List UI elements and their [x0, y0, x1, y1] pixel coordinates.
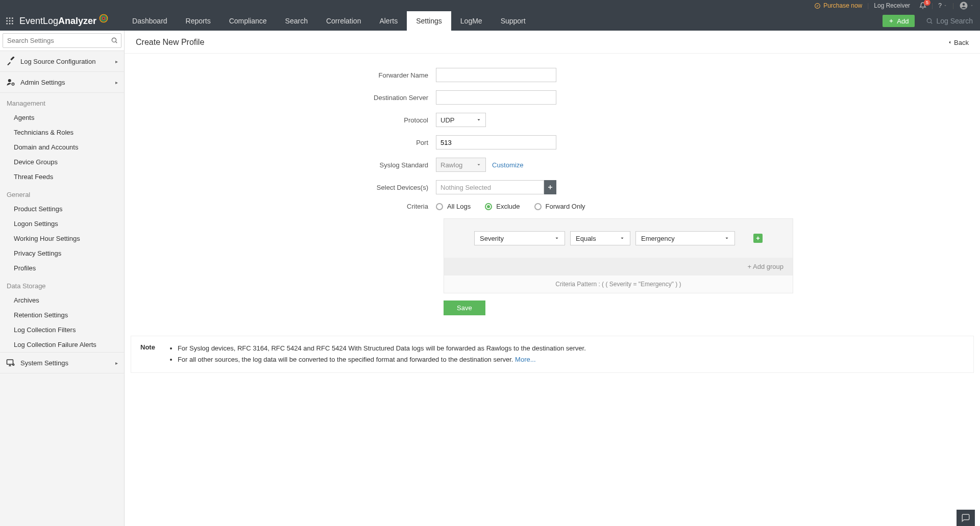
sidebar-item-agents[interactable]: Agents: [0, 110, 124, 125]
chat-icon: [961, 513, 970, 522]
apps-launcher[interactable]: [0, 11, 19, 31]
nav-dashboard[interactable]: Dashboard: [123, 11, 177, 31]
syslog-standard-select[interactable]: Rawlog: [436, 158, 486, 172]
criteria-operator-select[interactable]: Equals: [570, 231, 630, 245]
criteria-box: Severity Equals Emergency: [444, 218, 793, 293]
log-search-label: Log Search: [936, 17, 973, 25]
sidebar-item-technicians[interactable]: Technicians & Roles: [0, 125, 124, 140]
more-link[interactable]: More...: [515, 356, 535, 363]
row-port: Port: [125, 135, 980, 149]
brand-text-1: EventLog: [19, 16, 58, 27]
svg-point-18: [12, 83, 14, 86]
svg-point-14: [103, 17, 105, 20]
log-receiver-link[interactable]: Log Receiver: [874, 2, 910, 9]
row-forwarder-name: Forwarder Name: [125, 68, 980, 82]
svg-rect-8: [12, 20, 13, 22]
notifications-button[interactable]: 5: [919, 2, 926, 9]
sidebar-item-profiles[interactable]: Profiles: [0, 261, 124, 275]
radio-forward-only[interactable]: Forward Only: [534, 203, 585, 210]
sidebar-section-log-source[interactable]: Log Source Configuration ▸: [0, 51, 124, 72]
add-criteria-button[interactable]: [753, 234, 763, 243]
cart-icon: [814, 3, 821, 9]
sidebar-section-system[interactable]: System Settings ▸: [0, 352, 124, 373]
protocol-label: Protocol: [125, 116, 436, 124]
plus-icon: [889, 18, 894, 23]
nav-settings[interactable]: Settings: [407, 11, 451, 31]
chevron-left-icon: [948, 40, 952, 45]
sidebar-item-logon-settings[interactable]: Logon Settings: [0, 216, 124, 231]
criteria-op-value: Equals: [576, 235, 596, 242]
search-settings-input[interactable]: [3, 33, 121, 48]
svg-point-17: [8, 79, 11, 82]
tools-icon: [6, 57, 15, 66]
svg-rect-4: [9, 17, 11, 19]
purchase-now-link[interactable]: Purchase now: [814, 2, 862, 9]
grid-icon: [6, 17, 14, 25]
svg-point-16: [112, 38, 116, 42]
row-select-devices: Select Devices(s) Nothing Selected: [125, 180, 980, 194]
user-menu[interactable]: [959, 1, 974, 10]
radio-all-logs[interactable]: All Logs: [436, 203, 471, 210]
chevron-right-icon: ▸: [115, 360, 118, 366]
add-device-button[interactable]: [544, 180, 556, 194]
sidebar-item-privacy[interactable]: Privacy Settings: [0, 246, 124, 261]
chat-button[interactable]: [957, 510, 975, 526]
nav-reports[interactable]: Reports: [177, 11, 220, 31]
svg-rect-3: [6, 17, 8, 19]
main-nav: Dashboard Reports Compliance Search Corr…: [123, 11, 535, 31]
brand-logo[interactable]: EventLog Analyzer: [19, 11, 113, 31]
select-devices-input[interactable]: Nothing Selected: [436, 180, 544, 194]
plus-icon: [755, 236, 761, 241]
nav-support[interactable]: Support: [492, 11, 535, 31]
sidebar-item-archives[interactable]: Archives: [0, 293, 124, 308]
search-icon: [926, 17, 933, 24]
back-button[interactable]: Back: [948, 39, 969, 46]
customize-link[interactable]: Customize: [492, 161, 523, 169]
radio-label: Forward Only: [546, 203, 585, 210]
sidebar-item-domain[interactable]: Domain and Accounts: [0, 140, 124, 155]
sidebar-item-device-groups[interactable]: Device Groups: [0, 155, 124, 169]
save-label: Save: [457, 304, 472, 312]
sidebar-item-retention[interactable]: Retention Settings: [0, 308, 124, 322]
page-header: Create New Profile Back: [125, 31, 980, 54]
sidebar-item-collection-filters[interactable]: Log Collection Filters: [0, 322, 124, 337]
destination-server-input[interactable]: [436, 90, 556, 105]
log-search-button[interactable]: Log Search: [919, 11, 980, 31]
note-heading: Note: [140, 343, 155, 365]
protocol-select[interactable]: UDP: [436, 113, 486, 127]
criteria-field-select[interactable]: Severity: [474, 231, 565, 245]
group-management: Management: [0, 93, 124, 110]
section-label: System Settings: [20, 359, 110, 367]
nav-search[interactable]: Search: [276, 11, 317, 31]
criteria-label: Criteria: [125, 203, 436, 210]
brand-text-2: Analyzer: [58, 16, 96, 27]
svg-point-2: [963, 4, 965, 6]
monitor-gear-icon: [6, 358, 15, 367]
save-button[interactable]: Save: [444, 300, 485, 315]
chevron-down-icon: [970, 4, 974, 8]
nav-alerts[interactable]: Alerts: [370, 11, 407, 31]
sidebar-item-working-hour[interactable]: Working Hour Settings: [0, 231, 124, 246]
svg-rect-7: [9, 20, 11, 22]
nav-correlation[interactable]: Correlation: [317, 11, 370, 31]
forwarder-name-label: Forwarder Name: [125, 71, 436, 79]
port-input[interactable]: [436, 135, 556, 149]
row-destination-server: Destination Server: [125, 90, 980, 105]
radio-exclude[interactable]: Exclude: [485, 203, 520, 210]
sidebar-item-product-settings[interactable]: Product Settings: [0, 202, 124, 216]
add-group-button[interactable]: + Add group: [444, 258, 793, 275]
criteria-value-select[interactable]: Emergency: [635, 231, 735, 245]
section-label: Admin Settings: [20, 79, 110, 86]
search-settings-wrap: [0, 31, 124, 51]
nav-compliance[interactable]: Compliance: [220, 11, 276, 31]
sidebar-item-collection-failure[interactable]: Log Collection Failure Alerts: [0, 337, 124, 352]
page-title: Create New Profile: [136, 38, 204, 47]
nav-logme[interactable]: LogMe: [451, 11, 492, 31]
sidebar-section-admin[interactable]: Admin Settings ▸: [0, 72, 124, 93]
forwarder-name-input[interactable]: [436, 68, 556, 82]
row-syslog-standard: Syslog Standard Rawlog Customize: [125, 158, 980, 172]
sidebar-item-threat-feeds[interactable]: Threat Feeds: [0, 169, 124, 184]
help-button[interactable]: ?: [938, 2, 947, 9]
back-label: Back: [954, 39, 969, 46]
add-button[interactable]: Add: [883, 15, 915, 27]
